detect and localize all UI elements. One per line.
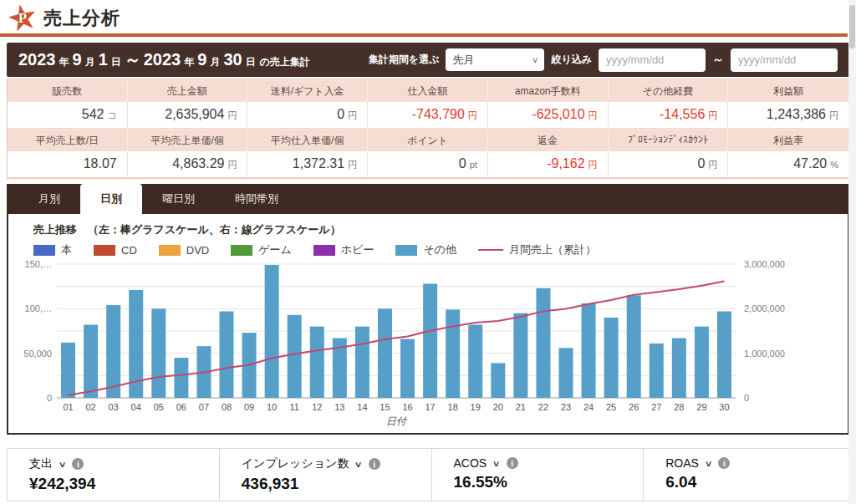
bar-day-30[interactable] [717,312,731,398]
y-right-tick-label: 0 [744,393,749,403]
info-icon[interactable]: i [369,458,380,470]
y-left-tick-label: 0 [47,393,52,403]
bar-day-15[interactable] [378,308,392,398]
bar-day-18[interactable] [446,309,460,398]
logo-letter: P [8,4,37,33]
summary-value-cell: -743,790円 [368,102,488,129]
summary-value-cell: -9,162円 [488,151,609,178]
metric-value: 16.55% [454,473,644,491]
x-tick-label: 10 [267,402,277,412]
metric-label-row: ACOS∨i [454,456,644,470]
summary-header-cell: 送料/ギフト入金 [247,80,368,102]
chevron-down-icon[interactable]: ∨ [354,460,363,469]
tab-時間帯別[interactable]: 時間帯別 [215,184,298,214]
bar-day-28[interactable] [672,339,686,398]
metric-card-インプレッション数: インプレッション数∨i436,931 [220,449,432,501]
chart-panel: 月別日別曜日別時間帯別 売上推移 （左：棒グラフスケール、右：線グラフスケール）… [7,184,849,435]
legend-label: DVD [186,244,209,257]
legend-color-swatch [33,245,55,256]
tab-曜日別[interactable]: 曜日別 [142,184,215,214]
chevron-down-icon[interactable]: ∨ [492,459,501,468]
date-to-input[interactable] [731,48,838,72]
bar-day-11[interactable] [288,315,302,398]
summary-value-cell: 47.20% [728,151,848,178]
summary-unit: 円 [348,110,357,120]
bar-day-12[interactable] [310,327,324,398]
y-left-tick-label: 50,000 [23,349,52,359]
bar-day-29[interactable] [695,327,709,398]
date-from-input[interactable] [599,48,706,72]
sales-chart: 050,000100,…150,…01,000,0002,000,0003,00… [18,259,838,433]
summary-value-cell: 542コ [8,102,128,129]
bar-day-16[interactable] [400,339,415,398]
footer-metrics: 支出∨i¥242,394インプレッション数∨i436,931ACOS∨i16.5… [7,448,856,501]
chevron-down-icon[interactable]: ∨ [59,460,67,469]
summary-header-cell: 利益額 [728,80,848,102]
tabs-bar: 月別日別曜日別時間帯別 [7,184,849,214]
x-tick-label: 16 [402,402,412,412]
bar-day-27[interactable] [650,344,664,398]
metric-card-支出: 支出∨i¥242,394 [8,449,220,501]
bar-day-03[interactable] [106,305,120,398]
bar-day-25[interactable] [604,318,619,398]
bar-day-05[interactable] [151,308,166,398]
legend-item: 月間売上（累計） [478,242,596,257]
legend-label: 本 [61,242,72,257]
bar-day-01[interactable] [61,343,75,398]
date-segment: 30 [223,50,242,69]
bar-day-08[interactable] [220,312,234,398]
x-tick-label: 17 [425,402,435,412]
bar-day-22[interactable] [536,288,550,398]
tab-日別[interactable]: 日別 [80,184,142,214]
bar-day-06[interactable] [174,358,188,398]
bar-day-14[interactable] [355,327,369,398]
bar-day-21[interactable] [513,313,527,398]
bar-day-26[interactable] [627,295,641,398]
legend-color-swatch [94,245,115,256]
summary-value-cell: -14,556円 [609,102,729,129]
summary-unit: 円 [227,110,237,120]
scrollbar[interactable] [848,0,856,504]
bar-day-24[interactable] [582,303,596,398]
summary-value-row: 18.074,863.29円1,372.31円0pt-9,162円0円47.20… [8,151,848,178]
summary-value: 47.20 [793,156,827,171]
tab-月別[interactable]: 月別 [18,184,80,214]
legend-label: ゲーム [258,242,292,257]
date-segment: 2023 [144,50,181,69]
bar-line-chart: 050,000100,…150,…01,000,0002,000,0003,00… [18,259,842,430]
chevron-down-icon[interactable]: ∨ [704,459,712,468]
summary-value: 542 [82,107,104,121]
x-tick-label: 06 [176,402,186,412]
bar-day-19[interactable] [468,325,482,398]
legend-item: その他 [395,242,456,257]
summary-unit: 円 [227,160,237,170]
bar-day-10[interactable] [265,265,279,398]
info-icon[interactable]: i [72,458,84,470]
y-left-tick-label: 100,… [25,303,52,313]
summary-value: 2,635,904 [165,107,224,121]
metric-label-row: ROAS∨i [665,456,855,470]
summary-value: -14,556 [660,107,705,121]
summary-header-row: 販売数売上金額送料/ギフト入金仕入金額amazon手数料その他経費利益額 [8,79,848,102]
period-select[interactable]: 先月 ˅ [446,48,544,71]
metric-value: ¥242,394 [29,475,219,493]
x-tick-label: 13 [334,402,344,412]
x-tick-label: 27 [651,402,661,412]
x-tick-label: 23 [561,402,571,412]
legend-label: その他 [423,242,456,257]
bar-day-23[interactable] [559,348,573,398]
summary-unit: pt [470,160,477,170]
x-tick-label: 19 [471,402,481,412]
scrollbar-thumb[interactable] [849,5,855,48]
date-segment: 1 [99,50,108,69]
summary-value-cell: 18.07 [8,151,128,178]
bar-day-20[interactable] [491,363,505,398]
app-logo: P [8,4,37,33]
bar-day-02[interactable] [84,325,98,398]
metric-value: 436,931 [242,475,431,493]
x-tick-label: 22 [538,402,548,412]
info-icon[interactable]: i [718,457,730,469]
info-icon[interactable]: i [507,457,518,469]
bar-day-17[interactable] [423,283,437,398]
summary-header-cell: ポイント [368,130,488,151]
